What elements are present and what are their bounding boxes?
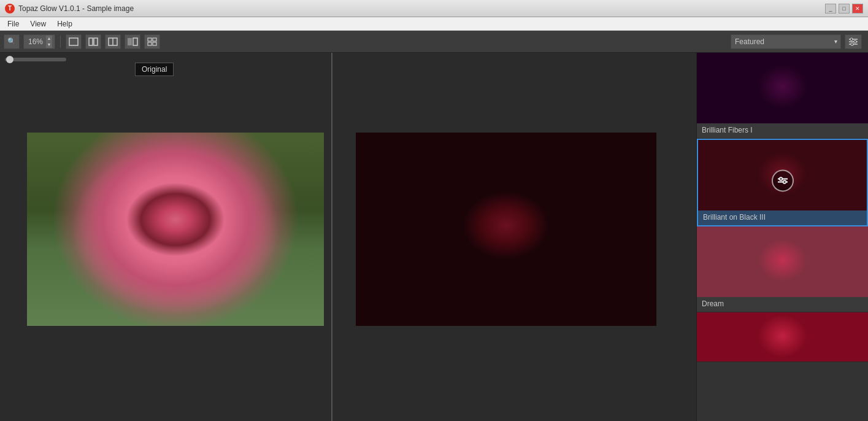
slider-track[interactable]: [5, 58, 66, 61]
app-icon: T: [5, 4, 15, 14]
grid-button[interactable]: [144, 34, 160, 49]
zoom-down[interactable]: ▼: [46, 42, 52, 48]
preset-card-brilliant-on-black-iii[interactable]: Brilliant on Black III: [697, 139, 868, 226]
svg-rect-9: [148, 42, 152, 45]
settings-button[interactable]: [845, 34, 862, 49]
svg-rect-7: [148, 38, 152, 41]
svg-point-20: [783, 180, 786, 183]
settings-icon: [848, 37, 859, 47]
search-icon[interactable]: 🔍: [4, 34, 20, 49]
svg-rect-0: [69, 38, 78, 45]
maximize-button[interactable]: □: [839, 4, 850, 14]
preset-card-dream[interactable]: Dream: [697, 226, 868, 312]
toolbar: 🔍 16% ▲ ▼: [0, 31, 868, 53]
slider-container: [5, 58, 66, 61]
svg-rect-5: [128, 38, 132, 45]
preset-dropdown[interactable]: Featured All My Presets: [731, 34, 841, 49]
zoom-spinner: ▲ ▼: [46, 36, 52, 48]
canvas-area: Original: [0, 53, 696, 421]
preset-label-dream: Dream: [697, 297, 868, 312]
slider-thumb[interactable]: [6, 56, 13, 63]
window-controls: _ □ ✕: [825, 4, 863, 14]
zoom-box: 16% ▲ ▼: [23, 34, 55, 49]
zoom-up[interactable]: ▲: [46, 36, 52, 42]
svg-rect-10: [153, 42, 156, 45]
main-layout: Original Brilliant Fibers I: [0, 53, 868, 421]
close-button[interactable]: ✕: [852, 4, 863, 14]
zoom-input[interactable]: 16%: [26, 37, 45, 46]
svg-rect-8: [153, 38, 156, 41]
title-text: Topaz Glow V1.0.1 - Sample image: [18, 4, 825, 13]
svg-rect-2: [94, 38, 98, 45]
original-label: Original: [135, 63, 174, 76]
original-image-panel: [27, 133, 324, 326]
svg-point-16: [851, 43, 853, 45]
svg-point-14: [850, 38, 853, 41]
selected-preset-icon: [772, 169, 794, 191]
preset-label-brilliant-on-black-iii: Brilliant on Black III: [698, 210, 867, 225]
split-divider[interactable]: [331, 53, 332, 421]
side-by-side-button[interactable]: [125, 34, 140, 49]
actual-size-button[interactable]: [105, 34, 121, 49]
original-flower-image: [27, 133, 324, 326]
menu-file[interactable]: File: [2, 18, 24, 29]
menu-help[interactable]: Help: [52, 18, 77, 29]
fit-window-button[interactable]: [66, 34, 82, 49]
preset-thumbnail-brilliant-fibers-i: [697, 53, 868, 123]
svg-point-15: [854, 41, 856, 43]
preset-thumbnail-fourth: [697, 312, 868, 361]
preset-card-brilliant-fibers-i[interactable]: Brilliant Fibers I: [697, 53, 868, 139]
processed-flower-image: [356, 133, 656, 326]
preset-thumbnail-dream: [697, 226, 868, 297]
processed-image-panel: [356, 133, 656, 326]
svg-point-19: [779, 177, 782, 180]
menu-bar: File View Help: [0, 17, 868, 31]
fit-split-button[interactable]: [85, 34, 101, 49]
svg-rect-6: [133, 38, 137, 45]
right-panel: Brilliant Fibers I Brilliant on Black II…: [696, 53, 868, 421]
menu-view[interactable]: View: [25, 18, 51, 29]
preset-label-brilliant-fibers-i: Brilliant Fibers I: [697, 123, 868, 138]
preset-dropdown-wrapper: Featured All My Presets ▾: [731, 34, 841, 49]
preset-card-fourth[interactable]: [697, 312, 868, 362]
svg-rect-1: [89, 38, 93, 45]
separator-1: [60, 36, 61, 48]
right-toolbar: Featured All My Presets ▾: [731, 34, 862, 49]
minimize-button[interactable]: _: [825, 4, 836, 14]
title-bar: T Topaz Glow V1.0.1 - Sample image _ □ ✕: [0, 0, 868, 17]
